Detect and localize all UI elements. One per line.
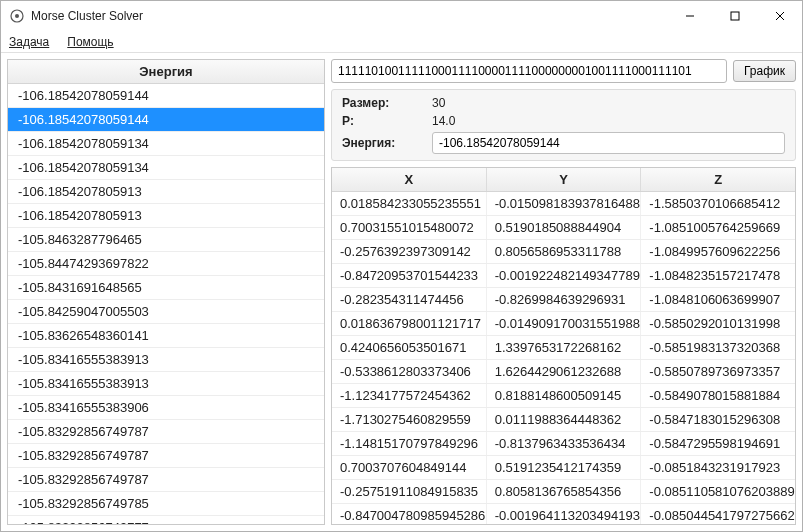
p-value: 14.0 bbox=[432, 114, 455, 128]
minimize-button[interactable] bbox=[667, 1, 712, 31]
table-cell: -0.0019224821493477898 bbox=[487, 264, 642, 287]
energy-item[interactable]: -105.83292856749787 bbox=[8, 420, 324, 444]
table-cell: -1.5850370106685412 bbox=[641, 192, 795, 215]
energy-item[interactable]: -106.1854207805913 bbox=[8, 204, 324, 228]
table-row[interactable]: -1.12341775724543620.8188148600509145-0.… bbox=[332, 384, 795, 408]
energy-item[interactable]: -106.18542078059144 bbox=[8, 84, 324, 108]
energy-item[interactable]: -105.83292856749787 bbox=[8, 444, 324, 468]
energy-item[interactable]: -105.83416555383906 bbox=[8, 396, 324, 420]
table-cell: -1.7130275460829559 bbox=[332, 408, 487, 431]
maximize-button[interactable] bbox=[712, 1, 757, 31]
energy-item[interactable]: -105.84474293697822 bbox=[8, 252, 324, 276]
energy-item[interactable]: -105.83292856749777 bbox=[8, 516, 324, 524]
table-cell: -0.5338612803373406 bbox=[332, 360, 487, 383]
table-cell: -1.0848235157217478 bbox=[641, 264, 795, 287]
energy-label: Энергия: bbox=[342, 136, 432, 150]
graph-button[interactable]: График bbox=[733, 60, 796, 82]
table-cell: -1.1234177572454362 bbox=[332, 384, 487, 407]
table-cell: 0.018636798001121717 bbox=[332, 312, 487, 335]
menubar: Задача Помощь bbox=[1, 31, 802, 53]
size-value: 30 bbox=[432, 96, 445, 110]
table-cell: 0.018584233055235551 bbox=[332, 192, 487, 215]
table-cell: -1.0849957609622256 bbox=[641, 240, 795, 263]
table-row[interactable]: -0.257519110849158350.8058136765854356-0… bbox=[332, 480, 795, 504]
energy-item[interactable]: -106.1854207805913 bbox=[8, 180, 324, 204]
table-row[interactable]: 0.70037076048491440.5191235412174359-0.0… bbox=[332, 456, 795, 480]
table-row[interactable]: -0.84720953701544233-0.00192248214934778… bbox=[332, 264, 795, 288]
coord-table: X Y Z 0.018584233055235551-0.01509818393… bbox=[331, 167, 796, 525]
th-x[interactable]: X bbox=[332, 168, 487, 191]
table-row[interactable]: -1.14815170797849296-0.8137963433536434-… bbox=[332, 432, 795, 456]
energy-field[interactable] bbox=[432, 132, 785, 154]
energy-list[interactable]: -106.18542078059144-106.18542078059144-1… bbox=[8, 84, 324, 524]
energy-item[interactable]: -105.83626548360141 bbox=[8, 324, 324, 348]
table-cell: -0.282354311474456 bbox=[332, 288, 487, 311]
table-cell: -0.0851843231917923 bbox=[641, 456, 795, 479]
p-label: P: bbox=[342, 114, 432, 128]
table-cell: -0.5851983137320368 bbox=[641, 336, 795, 359]
table-cell: 0.4240656053501671 bbox=[332, 336, 487, 359]
window-title: Morse Cluster Solver bbox=[31, 9, 667, 23]
table-cell: 0.7003707604849144 bbox=[332, 456, 487, 479]
titlebar: Morse Cluster Solver bbox=[1, 1, 802, 31]
content-area: Энергия -106.18542078059144-106.18542078… bbox=[1, 53, 802, 531]
table-cell: 0.0111988364448362 bbox=[487, 408, 642, 431]
table-row[interactable]: -0.84700478098594528614-0.00196411320349… bbox=[332, 504, 795, 524]
table-cell: -0.5850789736973357 bbox=[641, 360, 795, 383]
details-panel: График Размер: 30 P: 14.0 Энергия: X bbox=[331, 59, 796, 525]
table-cell: -0.5849078015881884 bbox=[641, 384, 795, 407]
app-icon bbox=[9, 8, 25, 24]
menu-help[interactable]: Помощь bbox=[67, 35, 113, 49]
th-z[interactable]: Z bbox=[641, 168, 795, 191]
energy-item[interactable]: -105.83292856749785 bbox=[8, 492, 324, 516]
binary-input[interactable] bbox=[331, 59, 727, 83]
table-body[interactable]: 0.018584233055235551-0.01509818393781648… bbox=[332, 192, 795, 524]
table-row[interactable]: 0.700315510154800720.5190185088844904-1.… bbox=[332, 216, 795, 240]
table-cell: -0.84700478098594528614 bbox=[332, 504, 487, 524]
table-cell: 1.6264429061232688 bbox=[487, 360, 642, 383]
table-row[interactable]: -1.71302754608295590.0111988364448362-0.… bbox=[332, 408, 795, 432]
energy-item[interactable]: -106.18542078059134 bbox=[8, 156, 324, 180]
close-button[interactable] bbox=[757, 1, 802, 31]
energy-header: Энергия bbox=[8, 60, 324, 84]
table-cell: -0.0149091700315519888 bbox=[487, 312, 642, 335]
svg-point-1 bbox=[15, 14, 19, 18]
table-cell: -1.0851005764259669 bbox=[641, 216, 795, 239]
energy-item[interactable]: -105.83292856749787 bbox=[8, 468, 324, 492]
table-row[interactable]: 0.42406560535016711.3397653172268162-0.5… bbox=[332, 336, 795, 360]
table-cell: -0.25751911084915835 bbox=[332, 480, 487, 503]
energy-panel: Энергия -106.18542078059144-106.18542078… bbox=[7, 59, 325, 525]
table-cell: 0.5191235412174359 bbox=[487, 456, 642, 479]
energy-item[interactable]: -106.18542078059134 bbox=[8, 132, 324, 156]
table-cell: -0.5847183015296308 bbox=[641, 408, 795, 431]
table-cell: 0.70031551015480072 bbox=[332, 216, 487, 239]
table-cell: -0.0851105810762038898 bbox=[641, 480, 795, 503]
table-cell: -1.0848106063699907 bbox=[641, 288, 795, 311]
energy-item[interactable]: -105.83416555383913 bbox=[8, 372, 324, 396]
table-row[interactable]: 0.018636798001121717-0.01490917003155198… bbox=[332, 312, 795, 336]
table-cell: -0.00196411320349419365 bbox=[487, 504, 642, 524]
energy-item[interactable]: -105.84259047005503 bbox=[8, 300, 324, 324]
table-cell: 0.8188148600509145 bbox=[487, 384, 642, 407]
table-cell: -0.5850292010131998 bbox=[641, 312, 795, 335]
energy-item[interactable]: -105.8431691648565 bbox=[8, 276, 324, 300]
table-cell: 0.8056586953311788 bbox=[487, 240, 642, 263]
table-row[interactable]: 0.018584233055235551-0.01509818393781648… bbox=[332, 192, 795, 216]
table-row[interactable]: -0.25763923973091420.8056586953311788-1.… bbox=[332, 240, 795, 264]
table-cell: 1.3397653172268162 bbox=[487, 336, 642, 359]
table-cell: -0.5847295598194691 bbox=[641, 432, 795, 455]
energy-item[interactable]: -105.8463287796465 bbox=[8, 228, 324, 252]
table-row[interactable]: -0.53386128033734061.6264429061232688-0.… bbox=[332, 360, 795, 384]
table-row[interactable]: -0.282354311474456-0.8269984639296931-1.… bbox=[332, 288, 795, 312]
energy-item[interactable]: -105.83416555383913 bbox=[8, 348, 324, 372]
table-cell: 0.8058136765854356 bbox=[487, 480, 642, 503]
table-cell: -0.84720953701544233 bbox=[332, 264, 487, 287]
menu-task[interactable]: Задача bbox=[9, 35, 49, 49]
energy-item[interactable]: -106.18542078059144 bbox=[8, 108, 324, 132]
size-label: Размер: bbox=[342, 96, 432, 110]
th-y[interactable]: Y bbox=[487, 168, 642, 191]
table-cell: -0.2576392397309142 bbox=[332, 240, 487, 263]
binary-row: График bbox=[331, 59, 796, 83]
table-cell: -0.08504454179727566243 bbox=[641, 504, 795, 524]
table-cell: 0.5190185088844904 bbox=[487, 216, 642, 239]
